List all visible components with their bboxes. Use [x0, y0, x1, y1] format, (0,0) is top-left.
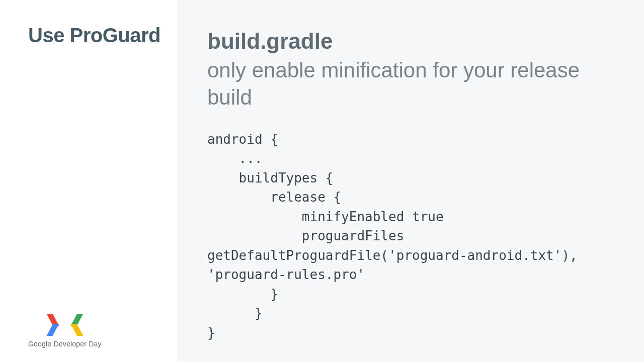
google-developers-icon — [48, 314, 82, 336]
right-column: build.gradle only enable minification fo… — [177, 0, 644, 362]
footer-logo: Google Developer Day — [28, 314, 102, 348]
slide-title: Use ProGuard — [28, 24, 165, 47]
footer-text: Google Developer Day — [28, 340, 102, 348]
left-column: Use ProGuard Google Developer Day — [0, 0, 177, 362]
code-block: android { ... buildTypes { release { min… — [207, 130, 614, 342]
subtitle-text: only enable minification for your releas… — [207, 57, 614, 112]
file-name-heading: build.gradle — [207, 28, 614, 55]
